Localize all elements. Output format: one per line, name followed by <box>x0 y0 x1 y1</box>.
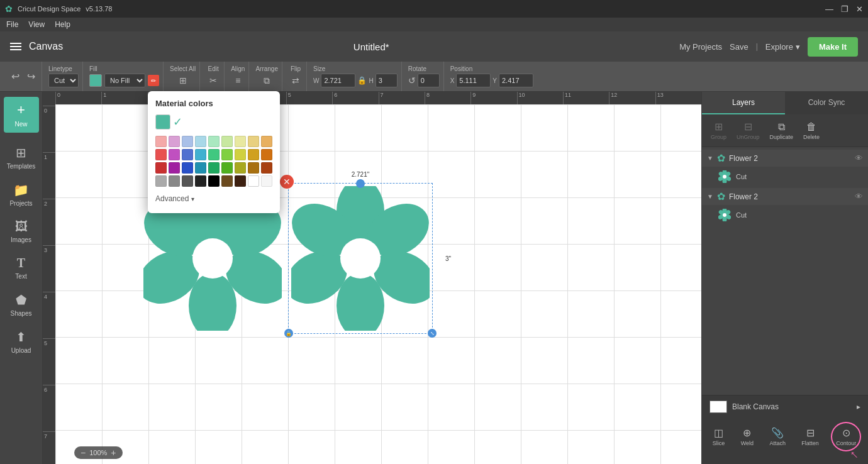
color-cell[interactable] <box>195 162 206 174</box>
arrange-button[interactable]: ⧉ <box>260 74 273 88</box>
canvas-area[interactable]: 0 1 2 3 4 5 6 7 8 9 10 11 12 13 <box>43 92 701 464</box>
color-cell[interactable] <box>235 175 246 187</box>
explore-button[interactable]: Explore ▾ <box>765 42 800 52</box>
sidebar-item-templates[interactable]: ⊞ Templates <box>4 140 39 175</box>
color-cell[interactable] <box>169 175 180 187</box>
color-cell[interactable] <box>235 136 246 147</box>
linetype-select[interactable]: Cut <box>48 74 79 87</box>
menu-view[interactable]: View <box>28 20 45 29</box>
advanced-label: Advanced <box>155 194 189 203</box>
color-cell[interactable] <box>208 162 220 174</box>
color-cell[interactable] <box>235 162 246 174</box>
tab-color-sync[interactable]: Color Sync <box>785 92 868 114</box>
visibility-toggle-1[interactable]: 👁 <box>855 153 863 163</box>
contour-button[interactable]: ⊙ Contour <box>831 422 861 451</box>
delete-button[interactable]: 🗑 Delete <box>799 119 823 143</box>
undo-button[interactable]: ↩ <box>9 69 22 84</box>
color-cell[interactable] <box>182 149 193 160</box>
color-cell[interactable] <box>261 136 272 147</box>
size-h-input[interactable] <box>376 74 398 87</box>
color-cell[interactable] <box>221 162 233 174</box>
zoom-out-button[interactable]: − <box>79 448 87 458</box>
sidebar-item-shapes[interactable]: ⬟ Shapes <box>4 287 39 322</box>
selected-color-swatch[interactable] <box>155 114 170 130</box>
layer-group-2-header[interactable]: ▼ ✿ Flower 2 👁 <box>702 188 868 205</box>
color-cell[interactable] <box>155 136 167 147</box>
color-cell[interactable] <box>208 149 220 160</box>
attach-button[interactable]: 📎 Attach <box>765 424 789 449</box>
edit-button[interactable]: ✂ <box>206 74 220 87</box>
color-cell[interactable] <box>182 162 193 174</box>
color-cell[interactable] <box>261 162 272 174</box>
close-button[interactable]: ✕ <box>856 4 863 14</box>
flip-button[interactable]: ⇄ <box>289 74 303 87</box>
slice-button[interactable]: ◫ Slice <box>709 424 729 449</box>
fill-color-swatch[interactable] <box>89 74 102 87</box>
color-cell[interactable] <box>208 136 220 147</box>
select-all-button[interactable]: ⊞ <box>176 74 190 87</box>
color-cell[interactable] <box>195 149 206 160</box>
color-cell[interactable] <box>195 136 206 147</box>
sidebar-item-images[interactable]: 🖼 Images <box>4 214 39 248</box>
color-cell[interactable] <box>182 136 193 147</box>
layer-item-1[interactable]: Cut <box>702 167 868 187</box>
minimize-button[interactable]: — <box>825 4 833 14</box>
hamburger-menu[interactable] <box>10 43 21 50</box>
color-cell[interactable] <box>208 175 220 187</box>
menu-help[interactable]: Help <box>55 20 70 29</box>
make-it-button[interactable]: Make It <box>808 37 858 57</box>
sidebar-item-projects[interactable]: 📁 Projects <box>4 177 39 212</box>
window-controls[interactable]: — ❐ ✕ <box>825 4 863 14</box>
flower-2-container[interactable] <box>291 186 430 333</box>
color-cell[interactable] <box>248 175 259 187</box>
group-button[interactable]: ⊞ Group <box>707 118 730 143</box>
color-cell[interactable] <box>155 175 167 187</box>
delete-element-button[interactable]: ✕ <box>280 175 294 189</box>
color-cell[interactable] <box>169 149 180 160</box>
size-lock-icon[interactable]: 🔒 <box>357 76 367 85</box>
fill-select[interactable]: No Fill <box>104 74 145 87</box>
align-button[interactable]: ≡ <box>232 74 243 87</box>
position-x-input[interactable] <box>456 74 491 87</box>
rotate-input[interactable] <box>418 74 440 87</box>
color-cell[interactable] <box>221 149 233 160</box>
flower-2-svg[interactable] <box>291 186 430 331</box>
color-cell[interactable] <box>248 136 259 147</box>
color-cell[interactable] <box>248 162 259 174</box>
layer-group-1-header[interactable]: ▼ ✿ Flower 2 👁 <box>702 150 868 167</box>
color-cell[interactable] <box>169 136 180 147</box>
color-cell[interactable] <box>261 175 272 187</box>
sidebar-item-upload[interactable]: ⬆ Upload <box>4 324 39 359</box>
duplicate-button[interactable]: ⧉ Duplicate <box>766 119 798 143</box>
sidebar-item-text[interactable]: T Text <box>4 251 39 285</box>
position-y-input[interactable] <box>499 74 533 87</box>
color-cell[interactable] <box>248 149 259 160</box>
sidebar-item-new[interactable]: + New <box>4 97 39 133</box>
ungroup-button[interactable]: ⊟ UnGroup <box>733 118 764 143</box>
save-button[interactable]: Save <box>730 42 748 52</box>
maximize-button[interactable]: ❐ <box>841 4 849 14</box>
color-cell[interactable] <box>235 149 246 160</box>
menu-file[interactable]: File <box>6 20 18 29</box>
projects-icon: 📁 <box>13 182 29 197</box>
tab-layers[interactable]: Layers <box>702 92 785 114</box>
canvas-expand-icon[interactable]: ▸ <box>857 402 860 411</box>
color-cell[interactable] <box>261 149 272 160</box>
advanced-button[interactable]: Advanced ▾ <box>155 192 272 206</box>
color-cell[interactable] <box>169 162 180 174</box>
size-w-input[interactable]: 2.721 <box>321 74 355 87</box>
flatten-button[interactable]: ⊟ Flatten <box>798 424 823 449</box>
color-cell[interactable] <box>195 175 206 187</box>
redo-button[interactable]: ↪ <box>25 69 38 84</box>
color-cell[interactable] <box>221 136 233 147</box>
my-projects-button[interactable]: My Projects <box>679 42 722 52</box>
visibility-toggle-2[interactable]: 👁 <box>855 192 863 201</box>
weld-button[interactable]: ⊕ Weld <box>737 424 757 449</box>
color-cell[interactable] <box>155 162 167 174</box>
color-cell[interactable] <box>155 149 167 160</box>
color-cell[interactable] <box>182 175 193 187</box>
zoom-in-button[interactable]: + <box>109 448 117 458</box>
layer-item-2[interactable]: Cut <box>702 205 868 225</box>
fill-color-secondary[interactable]: ✏ <box>148 75 159 86</box>
color-cell[interactable] <box>221 175 233 187</box>
